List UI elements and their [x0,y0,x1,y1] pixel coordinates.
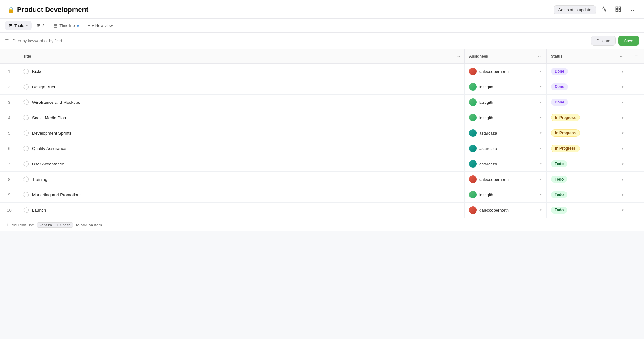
td-assignee[interactable]: lazegith ▾ [465,110,547,125]
status-chevron-icon[interactable]: ▾ [622,147,624,151]
td-assignee[interactable]: lazegith ▾ [465,95,547,110]
filter-input[interactable] [12,38,588,43]
assignee-chevron-icon[interactable]: ▾ [540,177,542,181]
tabs-bar: ⊟ Table ▾ ⊞ 2 ▤ Timeline + + New view [0,19,644,33]
status-chevron-icon[interactable]: ▾ [622,131,624,135]
table-row: 5 Development Sprints astarcaza ▾ In Pro… [0,125,644,141]
td-status[interactable]: Done ▾ [547,79,628,94]
grid-icon-button[interactable] [613,4,624,15]
th-status-dots[interactable]: ··· [620,54,624,59]
td-assignee[interactable]: astarcaza ▾ [465,125,547,141]
avatar [469,114,477,121]
table-row: 4 Social Media Plan lazegith ▾ In Progre… [0,110,644,125]
table-row: 1 Kickoff dalecoopernorth ▾ Done ▾ [0,64,644,79]
row-title-text: Launch [32,208,46,213]
new-view-plus-icon: + [88,23,90,28]
top-bar: 🔒 Product Development Add status update … [0,0,644,19]
status-badge: In Progress [551,145,580,152]
status-chevron-icon[interactable]: ▾ [622,100,624,104]
tab-timeline[interactable]: ▤ Timeline [50,21,83,30]
discard-button[interactable]: Discard [591,36,616,46]
add-column-icon: + [635,53,638,59]
td-assignee[interactable]: dalecoopernorth ▾ [465,64,547,79]
new-view-button[interactable]: + + New view [84,21,116,30]
td-status[interactable]: Done ▾ [547,64,628,79]
row-title-text: User Acceptance [32,162,64,166]
td-assignee[interactable]: dalecoopernorth ▾ [465,203,547,218]
status-chevron-icon[interactable]: ▾ [622,193,624,197]
more-options-button[interactable]: ··· [627,5,636,15]
td-extra [628,64,644,79]
td-status[interactable]: Todo ▾ [547,187,628,202]
th-title-dots[interactable]: ··· [456,54,460,59]
td-assignee[interactable]: lazegith ▾ [465,79,547,94]
td-extra [628,95,644,110]
td-title[interactable]: Social Media Plan [19,110,465,125]
tab-view2[interactable]: ⊞ 2 [33,21,48,30]
assignee-chevron-icon[interactable]: ▾ [540,208,542,212]
td-assignee[interactable]: astarcaza ▾ [465,141,547,156]
status-chevron-icon[interactable]: ▾ [622,177,624,181]
avatar [469,160,477,168]
assignee-chevron-icon[interactable]: ▾ [540,162,542,166]
assignee-name: astarcaza [479,131,497,136]
td-num: 10 [0,203,19,218]
assignee-chevron-icon[interactable]: ▾ [540,100,542,104]
table-row: 10 Launch dalecoopernorth ▾ Todo ▾ [0,203,644,218]
table-tab-chevron-icon: ▾ [26,24,28,28]
td-title[interactable]: Marketing and Promotions [19,187,465,202]
td-status[interactable]: Todo ▾ [547,156,628,171]
th-status-label: Status [551,54,563,58]
td-status[interactable]: In Progress ▾ [547,141,628,156]
assignee-name: lazegith [479,192,493,197]
td-assignee[interactable]: dalecoopernorth ▾ [465,172,547,187]
add-row[interactable]: + You can use Control + Space to add an … [0,218,644,231]
add-status-update-button[interactable]: Add status update [554,5,596,14]
th-assignees-dots[interactable]: ··· [538,54,542,59]
row-title-text: Development Sprints [32,131,71,136]
avatar [469,206,477,214]
th-add-col[interactable]: + [628,49,644,63]
row-circle-icon [23,69,29,74]
td-assignee[interactable]: lazegith ▾ [465,187,547,202]
assignee-chevron-icon[interactable]: ▾ [540,85,542,89]
row-title-text: Kickoff [32,69,45,74]
status-chevron-icon[interactable]: ▾ [622,85,624,89]
tab-table[interactable]: ⊟ Table ▾ [5,21,32,30]
row-title-text: Marketing and Promotions [32,192,82,197]
td-status[interactable]: In Progress ▾ [547,110,628,125]
avatar [469,98,477,106]
td-title[interactable]: Quality Assurance [19,141,465,156]
td-title[interactable]: Training [19,172,465,187]
td-title[interactable]: Development Sprints [19,125,465,141]
avatar [469,175,477,183]
assignee-chevron-icon[interactable]: ▾ [540,193,542,197]
td-assignee[interactable]: astarcaza ▾ [465,156,547,171]
chart-icon-button[interactable] [599,4,610,15]
assignee-chevron-icon[interactable]: ▾ [540,116,542,120]
td-extra [628,141,644,156]
td-status[interactable]: In Progress ▾ [547,125,628,141]
assignee-chevron-icon[interactable]: ▾ [540,69,542,74]
assignee-chevron-icon[interactable]: ▾ [540,147,542,151]
td-title[interactable]: Launch [19,203,465,218]
save-button[interactable]: Save [618,36,639,46]
td-title[interactable]: Wireframes and Mockups [19,95,465,110]
table-container: Title ··· Assignees ··· Status ··· + 1 K… [0,49,644,231]
status-chevron-icon[interactable]: ▾ [622,208,624,212]
assignee-chevron-icon[interactable]: ▾ [540,131,542,135]
assignee-name: dalecoopernorth [479,208,509,213]
timeline-tab-icon: ▤ [53,23,58,28]
td-title[interactable]: Design Brief [19,79,465,94]
avatar [469,145,477,152]
status-chevron-icon[interactable]: ▾ [622,162,624,166]
status-chevron-icon[interactable]: ▾ [622,116,624,120]
td-title[interactable]: Kickoff [19,64,465,79]
status-chevron-icon[interactable]: ▾ [622,69,624,74]
td-status[interactable]: Todo ▾ [547,172,628,187]
td-title[interactable]: User Acceptance [19,156,465,171]
th-assignees-label: Assignees [469,54,488,58]
td-status[interactable]: Todo ▾ [547,203,628,218]
table-tab-label: Table [14,23,24,28]
td-status[interactable]: Done ▾ [547,95,628,110]
